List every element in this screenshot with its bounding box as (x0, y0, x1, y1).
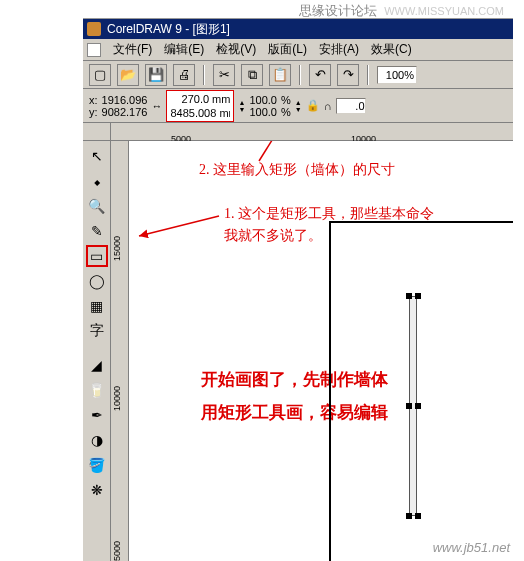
watermark-bottom: www.jb51.net (433, 540, 510, 555)
app-icon (87, 22, 101, 36)
outline-tool[interactable]: ◑ (86, 429, 108, 451)
effects-tool[interactable]: ❋ (86, 479, 108, 501)
cut-button[interactable]: ✂ (213, 64, 235, 86)
coord-labels: x: y: (89, 94, 98, 118)
interactive-fill-tool[interactable]: ◢ (86, 354, 108, 376)
canvas[interactable]: 2. 这里输入矩形（墙体）的尺寸 1. 这个是矩形工具，那些基本命令 我就不多说… (129, 141, 513, 561)
standard-toolbar: ▢ 📂 💾 🖨 ✂ ⧉ 📋 ↶ ↷ (83, 61, 513, 89)
ruler-tick: 10000 (112, 386, 122, 411)
selection-handle[interactable] (406, 513, 412, 519)
app-window: CorelDRAW 9 - [图形1] 文件(F) 编辑(E) 检视(V) 版面… (83, 18, 513, 561)
lock-icon[interactable]: 🔒 (306, 99, 320, 112)
save-button[interactable]: 💾 (145, 64, 167, 86)
paste-button[interactable]: 📋 (269, 64, 291, 86)
page-boundary (329, 221, 513, 561)
fill-tool[interactable]: 🪣 (86, 454, 108, 476)
percent-labels: % % (281, 94, 291, 118)
angle-input[interactable] (336, 98, 366, 114)
titlebar: CorelDRAW 9 - [图形1] (83, 19, 513, 39)
ellipse-tool[interactable]: ◯ (86, 270, 108, 292)
zoom-tool[interactable]: 🔍 (86, 195, 108, 217)
menu-effects[interactable]: 效果(C) (365, 39, 418, 60)
polygon-tool[interactable]: ▦ (86, 295, 108, 317)
width-icon: ↔ (151, 100, 162, 112)
svg-line-0 (259, 141, 284, 161)
spinner-arrows[interactable]: ▲▼ (295, 99, 302, 113)
dimension-inputs-highlight (166, 90, 234, 122)
coord-values: 1916.096 9082.176 (102, 94, 148, 118)
selection-handle[interactable] (406, 293, 412, 299)
pick-tool[interactable]: ↖ (86, 145, 108, 167)
height-input[interactable] (170, 106, 230, 120)
window-title: CorelDRAW 9 - [图形1] (107, 21, 230, 38)
menu-arrange[interactable]: 安排(A) (313, 39, 365, 60)
property-bar: x: y: 1916.096 9082.176 ↔ ▲▼ 100.0 100.0… (83, 89, 513, 123)
shape-tool[interactable]: ⬥ (86, 170, 108, 192)
freehand-tool[interactable]: ✎ (86, 220, 108, 242)
annotation-1-line2: 我就不多说了。 (224, 225, 322, 247)
transparency-tool[interactable]: 🥛 (86, 379, 108, 401)
eyedropper-tool[interactable]: ✒ (86, 404, 108, 426)
menu-edit[interactable]: 编辑(E) (158, 39, 210, 60)
svg-line-1 (139, 216, 219, 236)
selection-handle[interactable] (406, 403, 412, 409)
menu-layout[interactable]: 版面(L) (262, 39, 313, 60)
selection-handle[interactable] (415, 513, 421, 519)
annotation-2: 2. 这里输入矩形（墙体）的尺寸 (199, 159, 395, 181)
width-input[interactable] (170, 92, 230, 106)
scale-values: 100.0 100.0 (249, 94, 277, 118)
open-button[interactable]: 📂 (117, 64, 139, 86)
ruler-tick: 15000 (112, 236, 122, 261)
selection-handle[interactable] (415, 293, 421, 299)
watermark-top-eng: WWW.MISSYUAN.COM (384, 5, 504, 17)
text-tool[interactable]: 字 (86, 320, 108, 342)
zoom-input[interactable] (377, 66, 417, 84)
workarea: ↖ ⬥ 🔍 ✎ ▭ ◯ ▦ 字 ◢ 🥛 ✒ ◑ 🪣 ❋ 15000 10000 … (83, 141, 513, 561)
menu-view[interactable]: 检视(V) (210, 39, 262, 60)
print-button[interactable]: 🖨 (173, 64, 195, 86)
redo-button[interactable]: ↷ (337, 64, 359, 86)
selection-handle[interactable] (415, 403, 421, 409)
watermark-top-text: 思缘设计论坛 (299, 3, 377, 18)
horizontal-ruler: 5000 10000 (83, 123, 513, 141)
menubar: 文件(F) 编辑(E) 检视(V) 版面(L) 安排(A) 效果(C) (83, 39, 513, 61)
vertical-ruler: 15000 10000 5000 (111, 141, 129, 561)
separator (299, 65, 301, 85)
rectangle-tool[interactable]: ▭ (86, 245, 108, 267)
ruler-origin[interactable] (83, 123, 111, 141)
document-icon[interactable] (87, 43, 101, 57)
new-button[interactable]: ▢ (89, 64, 111, 86)
separator (367, 65, 369, 85)
angle-icon: ∩ (324, 100, 332, 112)
spinner-arrows[interactable]: ▲▼ (238, 99, 245, 113)
separator (203, 65, 205, 85)
undo-button[interactable]: ↶ (309, 64, 331, 86)
copy-button[interactable]: ⧉ (241, 64, 263, 86)
ruler-tick: 5000 (112, 541, 122, 561)
toolbox: ↖ ⬥ 🔍 ✎ ▭ ◯ ▦ 字 ◢ 🥛 ✒ ◑ 🪣 ❋ (83, 141, 111, 561)
menu-file[interactable]: 文件(F) (107, 39, 158, 60)
